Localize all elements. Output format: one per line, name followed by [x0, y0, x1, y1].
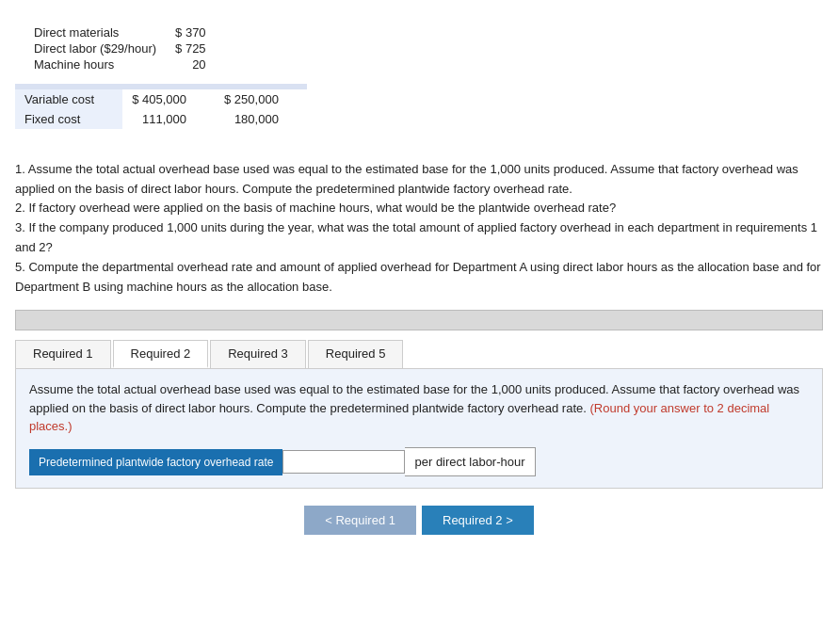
required-item: 2. If factory overhead were applied on t… [15, 199, 823, 218]
answer-label: Predetermined plantwide factory overhead… [29, 449, 282, 475]
cost-value: $ 725 [175, 40, 206, 56]
tab-content: Assume the total actual overhead base us… [15, 369, 823, 489]
dept-table: Variable cost$ 405,000$ 250,000Fixed cos… [15, 84, 307, 129]
cost-table: Direct materials$ 370Direct labor ($29/h… [34, 24, 206, 72]
prev-button[interactable]: < Required 1 [304, 506, 416, 535]
required-item: 1. Assume the total actual overhead base… [15, 160, 823, 200]
cost-table-row: Direct labor ($29/hour)$ 725 [34, 40, 206, 56]
dept-table-row: Variable cost$ 405,000$ 250,000 [15, 89, 307, 109]
required-item: 5. Compute the departmental overhead rat… [15, 258, 823, 298]
tabs-row: Required 1Required 2Required 3Required 5 [15, 340, 823, 369]
tab-req1[interactable]: Required 1 [15, 340, 111, 368]
tab-req3[interactable]: Required 3 [210, 340, 306, 368]
required-item: 3. If the company produced 1,000 units d… [15, 218, 823, 258]
dept-row-label: Variable cost [15, 89, 122, 109]
dept-row-label: Fixed cost [15, 109, 122, 129]
answer-input[interactable] [282, 450, 405, 474]
cost-label: Machine hours [34, 56, 175, 72]
cost-label: Direct labor ($29/hour) [34, 40, 175, 56]
cost-table-row: Machine hours20 [34, 56, 206, 72]
answer-row: Predetermined plantwide factory overhead… [29, 447, 809, 477]
tab-req5[interactable]: Required 5 [308, 340, 404, 368]
answer-unit: per direct labor-hour [405, 447, 535, 477]
required-section: 1. Assume the total actual overhead base… [15, 140, 823, 297]
complete-box [15, 310, 823, 330]
dept-table-row: Fixed cost111,000180,000 [15, 109, 307, 129]
tab-req2[interactable]: Required 2 [113, 340, 209, 368]
cost-value: $ 370 [175, 24, 206, 40]
dept-row-b: $ 250,000 [215, 89, 307, 109]
dept-row-a: 111,000 [122, 109, 215, 129]
nav-buttons: < Required 1 Required 2 > [15, 506, 823, 535]
dept-row-b: 180,000 [215, 109, 307, 129]
cost-label: Direct materials [34, 24, 175, 40]
next-button[interactable]: Required 2 > [422, 506, 534, 535]
cost-table-row: Direct materials$ 370 [34, 24, 206, 40]
dept-row-a: $ 405,000 [122, 89, 215, 109]
cost-value: 20 [175, 56, 206, 72]
